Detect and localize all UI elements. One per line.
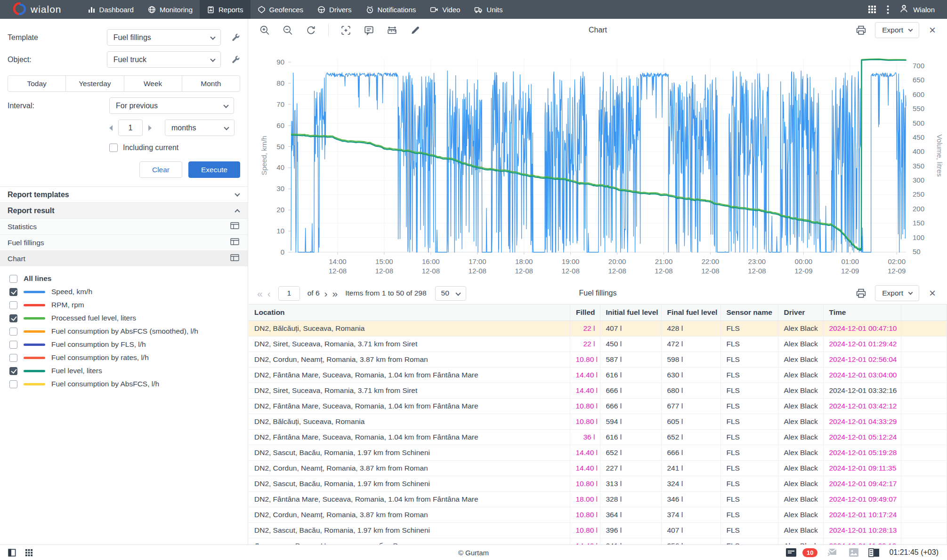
cell-time[interactable]: 2024-12-01 01:29:42	[823, 336, 901, 352]
table-row[interactable]: DN2, Bălcăuți, Suceava, Romania10.80 l59…	[249, 414, 947, 430]
notifications-log-icon[interactable]	[785, 548, 797, 557]
cell-filled[interactable]: 10.80 l	[570, 352, 600, 368]
result-item-fuel-fillings[interactable]: Fuel fillings	[0, 234, 248, 250]
legend-item[interactable]: RPM, rpm	[9, 298, 248, 312]
cell-filled[interactable]: 14.40 l	[570, 445, 600, 461]
cell-time[interactable]: 2024-12-01 10:28:13	[823, 523, 901, 538]
messages-icon[interactable]	[827, 548, 839, 557]
table-row[interactable]: DN2, Sascut, Bacău, Romania, 1.97 km fro…	[249, 476, 947, 492]
table-row[interactable]: DN2, Fântâna Mare, Suceava, Romania, 1.0…	[249, 492, 947, 507]
table-row[interactable]: DN2, Bălcăuți, Suceava, Romania22 l407 l…	[249, 321, 947, 336]
ruler-icon[interactable]	[386, 24, 398, 36]
table-row[interactable]: DN2, Cordun, Neamț, Romania, 3.87 km fro…	[249, 507, 947, 523]
legend-item[interactable]: Fuel consumption by AbsFCS, l/h	[9, 377, 248, 391]
chart-export-button[interactable]: Export	[875, 22, 919, 38]
cell-filled[interactable]: 14.40 l	[570, 383, 600, 399]
clear-button[interactable]: Clear	[139, 161, 182, 178]
next-page-button[interactable]: ›	[324, 288, 328, 298]
cell-filled[interactable]: 10.80 l	[570, 414, 600, 430]
report-result-section[interactable]: Report result	[0, 202, 248, 218]
page-number-input[interactable]	[278, 286, 300, 301]
legend-item[interactable]: Speed, km/h	[9, 285, 248, 298]
legend-item[interactable]: Processed fuel level, liters	[9, 312, 248, 325]
checkbox-checked[interactable]	[9, 314, 17, 322]
table-row[interactable]: DN2, Sascut, Bacău, Romania, 1.97 km fro…	[249, 445, 947, 461]
table-row[interactable]: DN2, Cordun, Neamț, Romania, 3.87 km fro…	[249, 461, 947, 476]
column-header-driver[interactable]: Driver	[778, 304, 823, 321]
area-select-icon[interactable]	[340, 24, 352, 36]
interval-count-input[interactable]	[118, 120, 143, 136]
interval-decrement-arrow[interactable]	[109, 125, 113, 131]
template-select[interactable]: Fuel fillings	[107, 29, 221, 46]
print-icon[interactable]	[855, 288, 867, 299]
column-header-filled[interactable]: Filled	[570, 304, 600, 321]
cell-time[interactable]: 2024-12-01 09:49:07	[823, 492, 901, 507]
table-row[interactable]: DN2, Cordun, Neamț, Romania, 3.87 km fro…	[249, 352, 947, 368]
column-header-sensor-name[interactable]: Sensor name	[720, 304, 778, 321]
object-select[interactable]: Fuel truck	[107, 51, 221, 68]
table-row[interactable]: DN2, Siret, Suceava, Romania, 3.71 km fr…	[249, 336, 947, 352]
cell-filled[interactable]: 10.80 l	[570, 399, 600, 414]
layout-panels-icon[interactable]	[868, 548, 880, 557]
first-page-button[interactable]: «	[257, 288, 263, 298]
cell-filled[interactable]: 14.40 l	[570, 368, 600, 383]
cell-time[interactable]: 2024-12-01 10:17:24	[823, 507, 901, 523]
interval-select[interactable]: For previous	[109, 97, 234, 114]
including-current-checkbox[interactable]: Including current	[109, 144, 240, 152]
cell-filled[interactable]: 10.80 l	[570, 523, 600, 538]
kebab-menu-icon[interactable]	[887, 5, 889, 14]
close-icon[interactable]: ×	[927, 24, 938, 36]
cell-filled[interactable]: 14.40 l	[570, 461, 600, 476]
cell-filled[interactable]: 10.80 l	[570, 476, 600, 492]
zoom-out-icon[interactable]	[282, 24, 294, 36]
cell-filled[interactable]: 36 l	[570, 430, 600, 445]
column-header-final-fuel-level[interactable]: Final fuel level	[661, 304, 720, 321]
nav-item-monitoring[interactable]: Monitoring	[141, 0, 200, 19]
checkbox-unchecked[interactable]	[9, 301, 17, 309]
print-icon[interactable]	[855, 24, 867, 36]
interval-increment-arrow[interactable]	[148, 125, 152, 131]
execute-button[interactable]: Execute	[188, 161, 240, 178]
wialon-logo[interactable]: wialon	[0, 2, 81, 17]
legend-item[interactable]: Fuel consumption by AbsFCS (smoothed), l…	[9, 325, 248, 338]
cell-time[interactable]: 2024-12-01 03:04:00	[823, 368, 901, 383]
nav-item-drivers[interactable]: Drivers	[310, 0, 359, 19]
apps-grid-icon[interactable]	[868, 5, 876, 14]
tab-month[interactable]: Month	[182, 75, 240, 92]
reset-zoom-icon[interactable]	[305, 24, 317, 36]
legend-item[interactable]: All lines	[9, 272, 248, 285]
cell-filled[interactable]: 10.80 l	[570, 507, 600, 523]
prev-page-button[interactable]: ‹	[267, 288, 271, 298]
nav-item-units[interactable]: Units	[467, 0, 510, 19]
table-row[interactable]: DN2, Fântâna Mare, Suceava, Romania, 1.0…	[249, 399, 947, 414]
column-header-location[interactable]: Location	[249, 304, 570, 321]
cell-time[interactable]: 2024-12-01 05:19:28	[823, 445, 901, 461]
checkbox-unchecked[interactable]	[9, 341, 17, 349]
checkbox-checked[interactable]	[9, 367, 17, 375]
result-item-statistics[interactable]: Statistics	[0, 218, 248, 234]
cell-filled[interactable]: 22 l	[570, 321, 600, 336]
cell-time[interactable]: 2024-12-01 04:33:29	[823, 414, 901, 430]
cell-filled[interactable]: 18.00 l	[570, 492, 600, 507]
checkbox-unchecked[interactable]	[9, 275, 17, 283]
cell-time[interactable]: 2024-12-01 02:56:04	[823, 352, 901, 368]
last-page-button[interactable]: »	[332, 288, 338, 298]
toggle-left-panel-icon[interactable]	[8, 548, 16, 557]
tab-week[interactable]: Week	[124, 75, 182, 92]
zoom-in-icon[interactable]	[259, 24, 271, 36]
checkbox-unchecked[interactable]	[9, 380, 17, 388]
tab-today[interactable]: Today	[8, 75, 66, 92]
nav-item-geofences[interactable]: Geofences	[251, 0, 311, 19]
table-row[interactable]: DN2, Siret, Suceava, Romania, 3.71 km fr…	[249, 383, 947, 399]
user-menu[interactable]: Wialon	[899, 4, 935, 15]
cell-time[interactable]: 2024-12-01 09:42:17	[823, 476, 901, 492]
template-settings-wrench-icon[interactable]	[231, 33, 240, 42]
table-export-button[interactable]: Export	[875, 285, 919, 301]
cell-filled[interactable]: 22 l	[570, 336, 600, 352]
column-header-initial-fuel-level[interactable]: Initial fuel level	[600, 304, 661, 321]
table-row[interactable]: DN2, Sascut, Bacău, Romania, 1.97 km fro…	[249, 523, 947, 538]
legend-item[interactable]: Fuel consumption by FLS, l/h	[9, 338, 248, 351]
legend-item[interactable]: Fuel level, liters	[9, 364, 248, 377]
cell-time[interactable]: 2024-12-01 09:11:35	[823, 461, 901, 476]
object-settings-wrench-icon[interactable]	[231, 55, 240, 64]
